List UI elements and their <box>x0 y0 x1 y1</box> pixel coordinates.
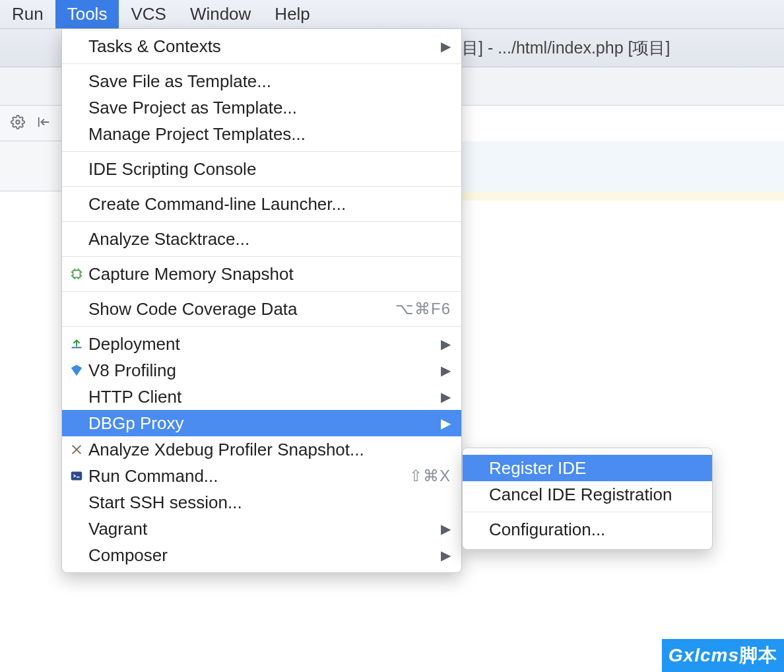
menu-item-label: Configuration... <box>489 520 702 540</box>
project-tool-buttons <box>0 106 62 141</box>
submenu-item-register-ide[interactable]: Register IDE <box>463 455 712 481</box>
terminal-icon <box>69 468 84 484</box>
menubar-label: Run <box>12 4 44 24</box>
window-title: 目] - .../html/index.php [项目] <box>462 37 670 59</box>
menu-item-ide-scripting-console[interactable]: IDE Scripting Console <box>62 156 461 182</box>
menubar-label: VCS <box>131 4 166 24</box>
gear-icon[interactable] <box>11 115 25 132</box>
chip-icon <box>69 266 84 282</box>
svg-point-0 <box>16 120 20 124</box>
chevron-right-icon: ▶ <box>441 336 451 352</box>
menu-item-capture-memory-snapshot[interactable]: Capture Memory Snapshot <box>62 261 461 287</box>
menu-item-http-client[interactable]: HTTP Client ▶ <box>62 384 461 410</box>
chevron-right-icon: ▶ <box>441 389 451 405</box>
svg-rect-1 <box>73 271 81 278</box>
menu-item-analyze-stacktrace[interactable]: Analyze Stacktrace... <box>62 226 461 252</box>
menu-item-label: Analyze Stacktrace... <box>88 229 451 250</box>
menu-help[interactable]: Help <box>263 0 321 28</box>
menu-item-analyze-xdebug-profiler[interactable]: Analyze Xdebug Profiler Snapshot... <box>62 436 461 463</box>
menu-item-label: DBGp Proxy <box>88 413 441 434</box>
chevron-right-icon: ▶ <box>441 38 451 54</box>
menu-item-label: Create Command-line Launcher... <box>88 194 451 215</box>
menu-item-v8-profiling[interactable]: V8 Profiling ▶ <box>62 357 461 384</box>
menu-item-save-file-template[interactable]: Save File as Template... <box>62 68 461 94</box>
collapse-icon[interactable] <box>37 115 51 132</box>
menu-item-start-ssh-session[interactable]: Start SSH session... <box>62 489 461 516</box>
menu-item-label: Deployment <box>88 334 441 354</box>
menubar-label: Tools <box>67 4 108 24</box>
dbgp-proxy-submenu: Register IDE Cancel IDE Registration Con… <box>462 448 713 550</box>
menu-item-label: Composer <box>88 545 441 566</box>
menu-item-show-code-coverage[interactable]: Show Code Coverage Data ⌥⌘F6 <box>62 296 461 322</box>
menu-item-manage-project-templates[interactable]: Manage Project Templates... <box>62 121 461 147</box>
menu-item-label: Capture Memory Snapshot <box>88 264 451 285</box>
menu-item-label: Vagrant <box>88 519 441 539</box>
menu-item-label: Cancel IDE Registration <box>489 485 702 505</box>
menu-item-label: Tasks & Contexts <box>88 36 441 57</box>
menubar-label: Help <box>275 4 310 24</box>
menubar: Run Tools VCS Window Help <box>0 0 784 29</box>
menu-item-label: V8 Profiling <box>88 360 441 381</box>
menu-item-vagrant[interactable]: Vagrant ▶ <box>62 516 461 542</box>
menubar-label: Window <box>190 4 251 24</box>
menu-item-label: Save File as Template... <box>88 71 451 92</box>
menu-tools[interactable]: Tools <box>55 0 119 28</box>
upload-icon <box>69 336 84 352</box>
menu-window[interactable]: Window <box>178 0 263 28</box>
menu-item-shortcut: ⌥⌘F6 <box>395 300 451 318</box>
chevron-right-icon: ▶ <box>441 362 451 378</box>
menu-vcs[interactable]: VCS <box>119 0 178 28</box>
v8-icon <box>69 362 84 378</box>
menu-item-label: Run Command... <box>88 466 409 487</box>
tools-dropdown: Tasks & Contexts ▶ Save File as Template… <box>61 29 462 573</box>
menu-item-run-command[interactable]: Run Command... ⇧⌘X <box>62 463 461 489</box>
menu-item-composer[interactable]: Composer ▶ <box>62 542 461 568</box>
menu-item-label: Show Code Coverage Data <box>88 299 395 319</box>
submenu-item-cancel-ide-registration[interactable]: Cancel IDE Registration <box>463 481 712 508</box>
menu-item-shortcut: ⇧⌘X <box>409 467 451 485</box>
menu-item-label: IDE Scripting Console <box>88 159 451 180</box>
submenu-item-configuration[interactable]: Configuration... <box>463 516 712 543</box>
sidebar-stripe <box>0 141 62 191</box>
watermark-brand: Gxlcms <box>669 645 739 665</box>
chevron-right-icon: ▶ <box>441 415 451 431</box>
svg-rect-2 <box>71 472 82 481</box>
menu-item-label: Manage Project Templates... <box>88 124 451 145</box>
chevron-right-icon: ▶ <box>441 521 451 537</box>
menu-run[interactable]: Run <box>0 0 55 28</box>
chevron-right-icon: ▶ <box>441 547 451 563</box>
menu-item-create-commandline-launcher[interactable]: Create Command-line Launcher... <box>62 191 461 217</box>
menu-item-dbgp-proxy[interactable]: DBGp Proxy ▶ <box>62 410 461 436</box>
menu-item-label: Save Project as Template... <box>88 98 451 118</box>
watermark: Gxlcms脚本 <box>662 639 784 672</box>
watermark-suffix: 脚本 <box>739 645 777 665</box>
menu-item-label: Start SSH session... <box>88 492 451 513</box>
menu-item-tasks-contexts[interactable]: Tasks & Contexts ▶ <box>62 33 461 59</box>
menu-item-save-project-template[interactable]: Save Project as Template... <box>62 94 461 121</box>
menu-item-label: Register IDE <box>489 458 702 479</box>
menu-item-label: HTTP Client <box>88 387 441 407</box>
menu-item-label: Analyze Xdebug Profiler Snapshot... <box>88 440 451 460</box>
menu-item-deployment[interactable]: Deployment ▶ <box>62 331 461 357</box>
crossed-tools-icon <box>69 442 84 457</box>
